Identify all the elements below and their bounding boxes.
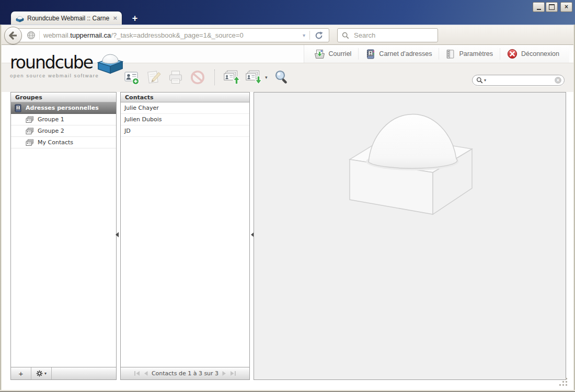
new-tab-button[interactable]: + bbox=[129, 13, 141, 24]
window-border-left bbox=[0, 25, 2, 392]
group-row-groupe-1[interactable]: Groupe 1 bbox=[11, 114, 116, 125]
group-icon bbox=[26, 128, 34, 135]
magnifier-icon bbox=[273, 69, 290, 86]
roundcube-page: Courriel Carnet d'adresses bbox=[2, 45, 573, 390]
delete-blocked-icon bbox=[189, 69, 206, 86]
roundcube-favicon bbox=[16, 14, 24, 22]
browser-window: × Roundcube Webmail :: Carne... × + bbox=[0, 0, 575, 392]
reload-icon bbox=[315, 31, 323, 40]
contacts-panel-header: Contacts bbox=[121, 93, 249, 102]
export-icon bbox=[245, 69, 263, 86]
add-group-button[interactable]: + bbox=[11, 367, 31, 379]
toolbar-separator bbox=[214, 70, 215, 85]
taskbar-deconnexion[interactable]: Déconnexion bbox=[500, 48, 566, 60]
browser-navbar: webmail.tuppermail.ca/?_task=addressbook… bbox=[0, 25, 575, 45]
logout-icon bbox=[507, 49, 518, 59]
last-page-icon[interactable] bbox=[230, 371, 236, 376]
url-domain: tuppermail.ca bbox=[70, 31, 111, 39]
taskbar: Courriel Carnet d'adresses bbox=[304, 45, 569, 63]
import-icon bbox=[223, 69, 241, 86]
groups-splitter-handle[interactable] bbox=[116, 232, 119, 237]
contact-name: Julien Dubois bbox=[124, 116, 162, 123]
export-contacts-button[interactable] bbox=[245, 68, 263, 86]
contact-name: Julie Chayer bbox=[124, 105, 159, 111]
browser-tab[interactable]: Roundcube Webmail :: Carne... × bbox=[10, 11, 122, 25]
contact-name: JD bbox=[124, 128, 131, 134]
addressbook-icon bbox=[365, 49, 375, 59]
print-contact-button[interactable] bbox=[167, 68, 185, 86]
contact-row-julien-dubois[interactable]: Julien Dubois bbox=[121, 114, 249, 125]
addressbook-icon bbox=[14, 104, 22, 112]
close-icon: × bbox=[565, 4, 568, 10]
contact-search-box[interactable]: ▾ × bbox=[472, 75, 565, 86]
site-identity-icon[interactable] bbox=[27, 31, 40, 40]
group-row-my-contacts[interactable]: My Contacts bbox=[11, 137, 116, 148]
group-label: Adresses personnelles bbox=[26, 105, 99, 111]
roundcube-watermark bbox=[343, 100, 475, 221]
search-icon[interactable] bbox=[342, 32, 349, 39]
groups-options-button[interactable]: ▾ bbox=[31, 367, 52, 379]
edit-contact-button[interactable] bbox=[145, 68, 163, 86]
first-page-icon[interactable] bbox=[134, 371, 140, 376]
browser-search-input[interactable] bbox=[353, 31, 433, 40]
taskbar-label: Courriel bbox=[329, 50, 352, 57]
group-label: Groupe 1 bbox=[38, 116, 64, 123]
print-icon bbox=[167, 69, 184, 86]
url-bar[interactable]: webmail.tuppermail.ca/?_task=addressbook… bbox=[14, 28, 329, 42]
previous-page-icon[interactable] bbox=[144, 371, 148, 376]
settings-icon bbox=[446, 49, 455, 59]
contact-row-jd[interactable]: JD bbox=[121, 125, 249, 137]
group-row-groupe-2[interactable]: Groupe 2 bbox=[11, 125, 116, 137]
group-icon bbox=[26, 116, 34, 123]
groups-panel-footer: + ▾ bbox=[11, 367, 116, 379]
url-text: webmail.tuppermail.ca/?_task=addressbook… bbox=[43, 31, 244, 39]
export-dropdown-icon[interactable]: ▾ bbox=[265, 75, 268, 80]
maximize-icon bbox=[549, 4, 555, 10]
groups-panel-header: Groupes bbox=[11, 93, 116, 102]
window-minimize-button[interactable] bbox=[533, 2, 545, 12]
url-prefix: webmail. bbox=[43, 31, 70, 39]
quicksearch-input[interactable] bbox=[487, 76, 555, 84]
next-page-icon[interactable] bbox=[222, 371, 226, 376]
options-caret-icon: ▾ bbox=[44, 371, 47, 376]
tab-title: Roundcube Webmail :: Carne... bbox=[27, 15, 110, 22]
contact-row-julie-chayer[interactable]: Julie Chayer bbox=[121, 102, 249, 114]
quicksearch-magnifier-icon[interactable] bbox=[476, 77, 483, 84]
resize-grip[interactable] bbox=[559, 378, 568, 386]
taskbar-label: Déconnexion bbox=[521, 50, 559, 57]
window-border-bottom bbox=[0, 390, 575, 392]
back-button[interactable] bbox=[4, 27, 22, 44]
reload-button[interactable] bbox=[310, 31, 325, 40]
window-maximize-button[interactable] bbox=[546, 2, 558, 12]
quicksearch-scope-dropdown-icon[interactable]: ▾ bbox=[484, 78, 486, 83]
group-label: My Contacts bbox=[38, 139, 73, 146]
import-contacts-button[interactable] bbox=[223, 68, 241, 86]
taskbar-label: Carnet d'adresses bbox=[379, 50, 432, 57]
minimize-icon bbox=[537, 9, 541, 10]
search-contacts-button[interactable] bbox=[273, 68, 291, 86]
group-row-adresses-personnelles[interactable]: Adresses personnelles bbox=[11, 102, 116, 114]
tab-close-icon[interactable]: × bbox=[113, 15, 117, 21]
add-contact-icon bbox=[123, 69, 140, 86]
contacts-panel: Contacts Julie Chayer Julien Dubois JD C… bbox=[120, 92, 250, 380]
edit-icon bbox=[145, 69, 162, 86]
url-history-dropdown-icon[interactable]: ▾ bbox=[298, 32, 309, 38]
url-path: /?_task=addressbook&_page=1&_source=0 bbox=[111, 31, 243, 39]
logo-cube-icon bbox=[95, 48, 125, 74]
quicksearch-clear-icon[interactable]: × bbox=[555, 77, 561, 84]
window-titlebar: × Roundcube Webmail :: Carne... × + bbox=[0, 0, 575, 25]
mail-icon bbox=[314, 49, 325, 59]
roundcube-logo: roundcube open source webmail software bbox=[10, 48, 125, 78]
taskbar-label: Paramètres bbox=[459, 50, 493, 57]
gear-icon bbox=[36, 370, 43, 377]
pagination-text: Contacts de 1 à 3 sur 3 bbox=[152, 370, 218, 377]
taskbar-carnet-adresses[interactable]: Carnet d'adresses bbox=[359, 48, 439, 60]
taskbar-parametres[interactable]: Paramètres bbox=[439, 48, 500, 60]
contacts-pagination: Contacts de 1 à 3 sur 3 bbox=[121, 367, 249, 379]
groups-panel: Groupes Adresses personnelles bbox=[10, 92, 117, 380]
window-close-button[interactable]: × bbox=[560, 2, 572, 12]
taskbar-courriel[interactable]: Courriel bbox=[307, 48, 359, 60]
group-label: Groupe 2 bbox=[38, 128, 64, 134]
delete-contact-button[interactable] bbox=[189, 68, 206, 86]
browser-search-field[interactable] bbox=[337, 28, 438, 42]
